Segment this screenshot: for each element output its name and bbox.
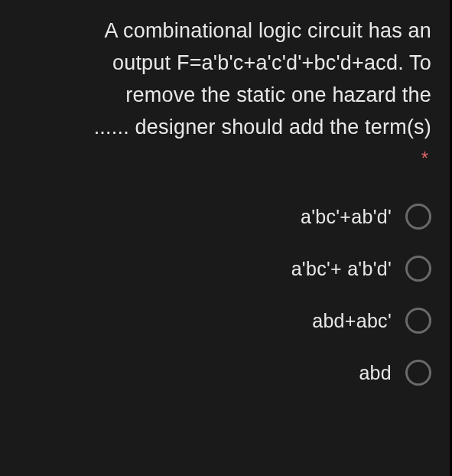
radio-option-4[interactable] <box>405 360 431 386</box>
radio-option-2[interactable] <box>405 256 431 282</box>
option-row: abd <box>18 360 431 386</box>
option-label: a'bc'+ a'b'd' <box>291 258 392 280</box>
option-label: abd+abc' <box>312 310 392 332</box>
required-asterisk: * <box>18 148 428 169</box>
question-line-4: ...... designer should add the term(s) <box>18 112 431 144</box>
option-row: a'bc'+ab'd' <box>18 204 431 230</box>
option-label: a'bc'+ab'd' <box>301 206 392 228</box>
question-line-1: A combinational logic circuit has an <box>18 15 431 47</box>
radio-option-3[interactable] <box>405 308 431 334</box>
option-row: abd+abc' <box>18 308 431 334</box>
option-label: abd <box>359 362 392 384</box>
radio-option-1[interactable] <box>405 204 431 230</box>
question-line-3: remove the static one hazard the <box>18 80 431 112</box>
question-text: A combinational logic circuit has an out… <box>18 15 431 143</box>
options-group: a'bc'+ab'd' a'bc'+ a'b'd' abd+abc' abd <box>18 204 431 386</box>
question-line-2: output F=a'b'c+a'c'd'+bc'd+acd. To <box>18 47 431 80</box>
option-row: a'bc'+ a'b'd' <box>18 256 431 282</box>
